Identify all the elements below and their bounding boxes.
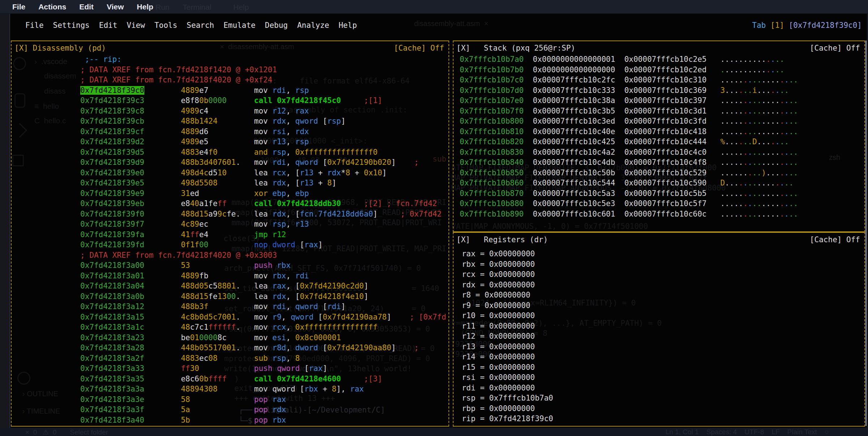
disasm-line[interactable]: 0x7fd4218f39fa 41ffe4 jmp r12 [80,230,448,240]
disasm-line[interactable]: 0x7fd4218f39e9 31ed xor ebp, ebp [80,188,448,199]
register-row: rsi = 0x00000000 [457,372,864,383]
stack-row: 0x7fffcb10b810 0x00007fffcb10c40e 0x0000… [460,127,864,137]
register-row: r14 = 0x00000000 [457,352,864,362]
disasm-line[interactable]: 0x7fd4218f39cf 4889d6 mov rsi, rdx [80,127,448,137]
close-toggle[interactable]: [X] [14,44,28,52]
stack-row: 0x7fffcb10b890 0x00007fffcb10c601 0x0000… [460,209,864,219]
register-row: rdi = 0x00000000 [457,383,864,393]
stack-panel-header: [X] Stack (pxq 256@r:SP) [Cache] Off [454,41,864,54]
registers-panel-header: [X] Registers (dr) [Cache] Off [454,233,864,245]
cache-toggle[interactable]: [Cache] Off [394,43,444,54]
disasm-line[interactable]: 0x7fd4218f39e5 498d5508 lea rdx, [r13 + … [80,178,448,188]
disasm-line[interactable]: 0x7fd4218f3a04 488d05c58801. lea rax, [0… [80,281,448,291]
stack-panel-title: [X] Stack (pxq 256@r:SP) [456,43,575,54]
disasm-line[interactable]: 0x7fd4218f39c0 4889e7 mov rdi, rsp [80,85,448,96]
disasm-line[interactable]: 0x7fd4218f3a3a 48894308 mov qword [rbx +… [80,384,448,394]
stack-row: 0x7fffcb10b840 0x00007fffcb10c4db 0x0000… [460,157,864,168]
disasm-line[interactable]: 0x7fd4218f3a40 5b pop rbx [80,415,448,426]
register-row: rbp = 0x00000000 [457,403,864,414]
tab-label: Tab [752,21,771,30]
close-toggle[interactable]: [X] [456,235,470,244]
disasm-line[interactable]: 0x7fd4218f3a35 e8c60bffff call 0x7fd4218… [80,374,448,384]
disasm-line[interactable]: 0x7fd4218f3a33 ff30 push qword [rax] [80,363,448,374]
activity-bar-ghost [0,14,10,428]
debugger-screen: FileActionsEditViewHelp RunTerminalHelpd… [0,0,868,436]
disasm-line[interactable]: 0x7fd4218f3a2f 4883ec08 sub rsp, 8 [80,353,448,364]
cache-toggle[interactable]: [Cache] Off [810,43,860,54]
disassembly-listing: ;-- rip:; DATA XREF from fcn.7fd4218f142… [12,54,448,425]
disassembly-panel: [X] Disassembly (pd) [Cache] Off ;-- rip… [11,40,449,427]
stack-panel: [X] Stack (pxq 256@r:SP) [Cache] Off 0x7… [453,40,865,232]
tab-address: [0x7fd4218f39c0] [784,21,862,30]
close-toggle[interactable]: [X] [456,44,470,52]
disasm-line[interactable]: 0x7fd4218f39f0 488d15a99cfe. lea rdx, [f… [80,209,448,219]
stack-row: 0x7fffcb10b7d0 0x00007fffcb10c333 0x0000… [460,85,864,96]
stack-row: 0x7fffcb10b880 0x00007fffcb10c5e3 0x0000… [460,198,864,209]
disasm-line[interactable]: 0x7fd4218f39c3 e8f80b0000 call 0x7fd4218… [80,95,448,106]
r2-menu-emulate[interactable]: Emulate [224,21,256,30]
disasm-comment: ;-- rip: [80,54,448,65]
disasm-line[interactable]: 0x7fd4218f3a3f 5a pop rdx [80,405,448,415]
stack-row: 0x7fffcb10b830 0x00007fffcb10c4a2 0x0000… [460,147,864,158]
titlebar-menu-actions[interactable]: Actions [38,3,66,11]
stack-row: 0x7fffcb10b820 0x00007fffcb10c425 0x0000… [460,137,864,147]
r2-menu-view[interactable]: View [127,21,145,30]
stack-row: 0x7fffcb10b860 0x00007fffcb10c544 0x0000… [460,178,864,188]
stack-row: 0x7fffcb10b7b0 0x0000000000000000 0x0000… [460,65,864,75]
disasm-line[interactable]: 0x7fd4218f39cb 488b1424 mov rdx, qword [… [80,116,448,127]
disasm-line[interactable]: 0x7fd4218f39c8 4989c4 mov r12, rax [80,106,448,116]
disasm-line[interactable]: 0x7fd4218f39e0 498d4cd510 lea rcx, [r13 … [80,168,448,178]
disasm-line[interactable]: 0x7fd4218f3a01 4889fb mov rbx, rdi [80,271,448,281]
register-row: r13 = 0x00000000 [457,342,864,352]
r2-menu-edit[interactable]: Edit [99,21,118,30]
r2-menu-tools[interactable]: Tools [154,21,177,30]
disasm-line[interactable]: 0x7fd4218f39eb e840a1feff call 0x7fd4218… [80,198,448,209]
tab-indicator[interactable]: Tab [1] [0x7fd4218f39c0] [752,21,867,30]
stack-row: 0x7fffcb10b7a0 0x0000000000000001 0x0000… [460,54,864,65]
disasm-line[interactable]: 0x7fd4218f3a28 448b05517001. mov r8d, dw… [80,343,448,353]
r2-menu-help[interactable]: Help [339,21,357,30]
stack-row: 0x7fffcb10b7e0 0x00007fffcb10c38a 0x0000… [460,95,864,106]
register-row: rsp = 0x7fffcb10b7a0 [457,393,864,403]
disasm-comment: ; DATA XREF from fcn.7fd4218f4020 @ +0x3… [80,250,448,261]
r2-menu-file[interactable]: File [25,21,44,30]
disasm-line[interactable]: 0x7fd4218f3a0b 488d15fe1300. lea rdx, [0… [80,291,448,302]
terminal-titlebar: FileActionsEditViewHelp [0,0,868,14]
tab-number: [1] [770,21,784,30]
disassembly-panel-header: [X] Disassembly (pd) [Cache] Off [12,41,448,54]
register-row: rcx = 0x00000000 [457,269,864,280]
statusbar-ghost [0,428,868,436]
disasm-line[interactable]: 0x7fd4218f3a23 be0100008c mov esi, 0x8c0… [80,333,448,343]
cache-toggle[interactable]: [Cache] Off [810,234,860,245]
disasm-line[interactable]: 0x7fd4218f39d2 4989e5 mov r13, rsp [80,137,448,147]
register-row: rdx = 0x00000000 [457,280,864,290]
stack-row: 0x7fffcb10b850 0x00007fffcb10c50b 0x0000… [460,168,864,178]
terminal-scrollbar[interactable] [865,40,867,426]
radare2-menubar: FileSettingsEditViewToolsSearchEmulateDe… [10,18,867,33]
register-row: rip = 0x7fd4218f39c0 [457,414,864,424]
r2-menu-settings[interactable]: Settings [53,21,90,30]
disasm-line[interactable]: 0x7fd4218f39fd 0f1f00 nop dword [rax] [80,240,448,250]
register-row: r10 = 0x00000000 [457,311,864,321]
titlebar-menu-file[interactable]: File [12,3,25,11]
r2-menu-search[interactable]: Search [187,21,214,30]
register-row: r12 = 0x00000000 [457,331,864,342]
disassembly-panel-title: [X] Disassembly (pd) [14,43,106,54]
disasm-line[interactable]: 0x7fd4218f3a1c 48c7c1ffffff. mov rcx, 0x… [80,322,448,333]
disasm-line[interactable]: 0x7fd4218f39f7 4c89ec mov rsp, r13 [80,219,448,230]
disasm-line[interactable]: 0x7fd4218f3a00 53 push rbx [80,260,448,271]
disasm-line[interactable]: 0x7fd4218f3a15 4c8b0d5c7001. mov r9, qwo… [80,312,448,322]
titlebar-menu-edit[interactable]: Edit [79,3,94,11]
disasm-line[interactable]: 0x7fd4218f39d9 488b3d407601. mov rdi, qw… [80,157,448,168]
titlebar-menu-help[interactable]: Help [137,3,153,11]
registers-panel: [X] Registers (dr) [Cache] Off rax = 0x0… [453,232,865,427]
r2-menu-debug[interactable]: Debug [265,21,288,30]
disasm-line[interactable]: 0x7fd4218f3a3e 58 pop rax [80,394,448,405]
r2-menu-analyze[interactable]: Analyze [297,21,329,30]
disasm-line[interactable]: 0x7fd4218f39d5 4883e4f0 and rsp, 0xfffff… [80,147,448,158]
disasm-line[interactable]: 0x7fd4218f3a12 488b3f mov rdi, qword [rd… [80,302,448,312]
disasm-comment: ; DATA XREF from fcn.7fd4218f4020 @ +0xf… [80,75,448,85]
stack-row: 0x7fffcb10b870 0x00007fffcb10c5a3 0x0000… [460,188,864,199]
titlebar-menu-view[interactable]: View [107,3,124,11]
register-row: r15 = 0x00000000 [457,362,864,373]
